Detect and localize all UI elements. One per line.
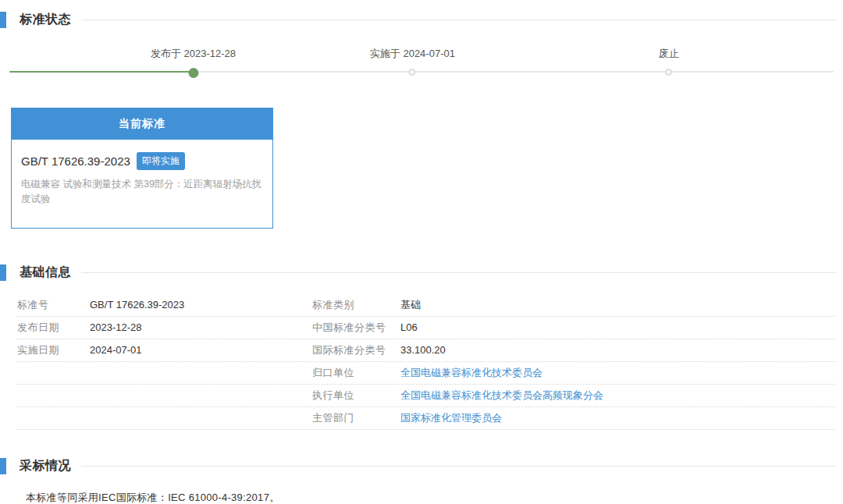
timeline-stop-abolished: 废止 <box>659 47 679 76</box>
adoption-statement: 本标准等同采用IEC国际标准：IEC 61000-4-39:2017。 <box>26 491 843 504</box>
standard-detail-page: 标准状态 发布于 2023-12-28 实施于 2024-07-01 废止 当前… <box>0 0 843 504</box>
link-competent-dept[interactable]: 国家标准化管理委员会 <box>400 411 835 425</box>
section-accent-bar <box>0 264 6 281</box>
section-title-adoption: 采标情况 <box>20 458 71 474</box>
current-standard-card-body: GB/T 17626.39-2023 即将实施 电磁兼容 试验和测量技术 第39… <box>12 140 272 228</box>
current-standard-card-header: 当前标准 <box>12 108 272 140</box>
link-centralized-unit[interactable]: 全国电磁兼容标准化技术委员会 <box>400 366 835 380</box>
table-row: 执行单位 全国电磁兼容标准化技术委员会高频现象分会 <box>17 385 835 407</box>
table-row: 发布日期 2023-12-28 中国标准分类号 L06 <box>17 317 835 339</box>
field-value-publish-date: 2023-12-28 <box>90 321 312 333</box>
standard-description: 电磁兼容 试验和测量技术 第39部分：近距离辐射场抗扰度试验 <box>21 177 263 208</box>
timeline-stop-implemented: 实施于 2024-07-01 <box>370 47 455 76</box>
field-label-executing-unit: 执行单位 <box>312 389 400 403</box>
link-executing-unit[interactable]: 全国电磁兼容标准化技术委员会高频现象分会 <box>400 389 835 403</box>
section-title-status: 标准状态 <box>20 12 71 28</box>
timeline-label-published: 发布于 2023-12-28 <box>151 47 236 61</box>
table-row: 归口单位 全国电磁兼容标准化技术委员会 <box>17 362 835 385</box>
field-value-ics-code: 33.100.20 <box>400 344 835 356</box>
current-standard-card: 当前标准 GB/T 17626.39-2023 即将实施 电磁兼容 试验和测量技… <box>11 108 273 229</box>
basic-info-table: 标准号 GB/T 17626.39-2023 标准类别 基础 发布日期 2023… <box>17 294 835 430</box>
standard-code: GB/T 17626.39-2023 <box>21 154 130 168</box>
section-divider-line <box>81 20 837 20</box>
timeline-label-abolished: 废止 <box>659 47 679 61</box>
section-accent-bar <box>0 458 6 474</box>
field-label-ccs-code: 中国标准分类号 <box>312 321 400 335</box>
field-label-standard-no: 标准号 <box>17 298 90 312</box>
adoption-info: 本标准等同采用IEC国际标准：IEC 61000-4-39:2017。 采标中文… <box>26 491 843 504</box>
field-label-competent-dept: 主管部门 <box>312 411 400 425</box>
section-divider-line <box>81 466 837 467</box>
timeline-dot-pending-icon <box>665 69 672 76</box>
section-title-basic-info: 基础信息 <box>20 264 71 281</box>
field-label-ics-code: 国际标准分类号 <box>312 343 400 357</box>
timeline-dot-done-icon <box>188 68 198 78</box>
standard-status-timeline: 发布于 2023-12-28 实施于 2024-07-01 废止 <box>9 47 834 78</box>
status-badge: 即将实施 <box>137 152 185 170</box>
field-label-publish-date: 发布日期 <box>17 321 90 335</box>
section-divider-line <box>81 272 837 273</box>
field-value-standard-no: GB/T 17626.39-2023 <box>90 299 312 311</box>
field-value-implement-date: 2024-07-01 <box>90 344 312 356</box>
timeline-dot-pending-icon <box>409 69 416 76</box>
section-accent-bar <box>0 12 6 28</box>
table-row: 标准号 GB/T 17626.39-2023 标准类别 基础 <box>17 294 835 317</box>
section-header-adoption: 采标情况 <box>0 458 843 475</box>
timeline-label-implemented: 实施于 2024-07-01 <box>370 47 455 61</box>
table-row: 实施日期 2024-07-01 国际标准分类号 33.100.20 <box>17 339 835 362</box>
section-header-status: 标准状态 <box>0 11 843 28</box>
table-row: 主管部门 国家标准化管理委员会 <box>17 407 835 430</box>
field-label-centralized-unit: 归口单位 <box>312 366 400 380</box>
field-value-category: 基础 <box>400 298 835 312</box>
timeline-stop-published: 发布于 2023-12-28 <box>151 47 236 78</box>
field-label-implement-date: 实施日期 <box>17 343 90 357</box>
field-value-ccs-code: L06 <box>400 321 835 333</box>
section-header-basic-info: 基础信息 <box>0 264 843 282</box>
field-label-category: 标准类别 <box>312 298 400 312</box>
